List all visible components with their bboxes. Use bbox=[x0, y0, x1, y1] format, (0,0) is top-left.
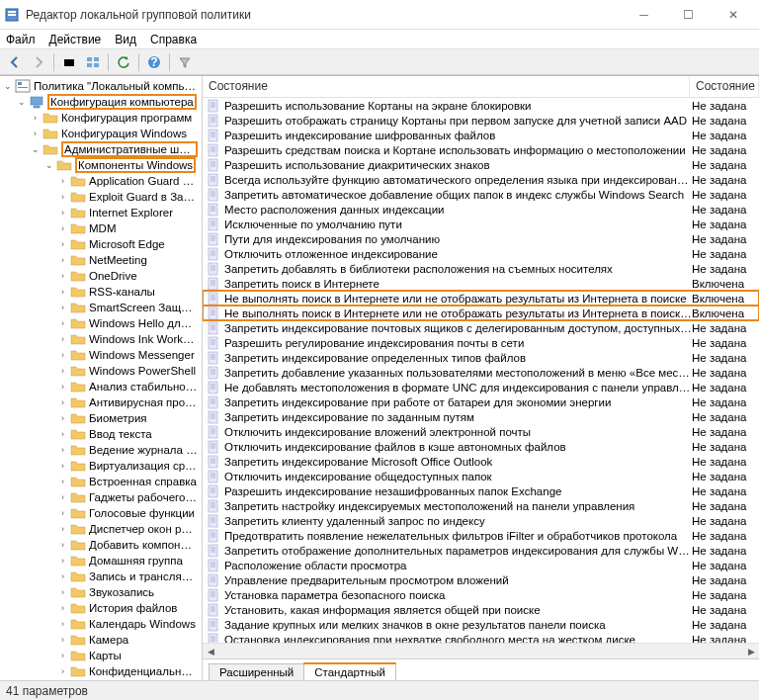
expand-icon[interactable]: › bbox=[57, 540, 68, 551]
expand-icon[interactable]: › bbox=[57, 508, 68, 519]
tree-pane[interactable]: ⌄Политика "Локальный компьютер"⌄Конфигур… bbox=[0, 76, 203, 680]
policy-row[interactable]: Предотвратить появление нежелательных фи… bbox=[203, 528, 759, 543]
policy-row[interactable]: Разрешить средствам поиска и Кортане исп… bbox=[203, 142, 759, 157]
tree-item[interactable]: ›Календарь Windows bbox=[0, 616, 202, 632]
expand-icon[interactable]: › bbox=[57, 287, 68, 298]
collapse-icon[interactable]: ⌄ bbox=[43, 160, 54, 171]
expand-icon[interactable]: › bbox=[57, 255, 68, 266]
tree-item[interactable]: ›Антивирусная програм bbox=[0, 394, 202, 410]
policy-row[interactable]: Разрешить регулирование индексирования п… bbox=[203, 335, 759, 350]
tab-extended[interactable]: Расширенный bbox=[209, 663, 304, 680]
policy-row[interactable]: Задание крупных или мелких значков в окн… bbox=[203, 617, 759, 632]
tree-item[interactable]: ⌄Компоненты Windows bbox=[0, 157, 202, 173]
tree-item[interactable]: ›Добавить компоненты в bbox=[0, 537, 202, 553]
tree-item[interactable]: ›Internet Explorer bbox=[0, 205, 202, 220]
policy-row[interactable]: Запретить добавление указанных пользоват… bbox=[203, 365, 759, 380]
tree-item[interactable]: ›RSS-каналы bbox=[0, 284, 202, 300]
expand-icon[interactable]: › bbox=[57, 666, 68, 677]
tree-item[interactable]: ›Application Guard в Защ bbox=[0, 173, 202, 189]
policy-row[interactable]: Расположение области просмотраНе задана bbox=[203, 558, 759, 572]
expand-icon[interactable]: › bbox=[57, 334, 68, 345]
policy-row[interactable]: Запретить поиск в ИнтернетеВключена bbox=[203, 276, 759, 291]
tree-item[interactable]: ›Windows Hello для бизне bbox=[0, 315, 202, 331]
horizontal-scrollbar[interactable]: ◀ ▶ bbox=[203, 643, 759, 658]
collapse-icon[interactable]: ⌄ bbox=[2, 81, 13, 92]
expand-icon[interactable]: › bbox=[57, 271, 68, 282]
collapse-icon[interactable]: ⌄ bbox=[16, 97, 27, 108]
tree-item[interactable]: ›OneDrive bbox=[0, 268, 202, 284]
expand-icon[interactable]: › bbox=[57, 524, 68, 535]
policy-row[interactable]: Пути для индексирования по умолчаниюНе з… bbox=[203, 231, 759, 246]
expand-icon[interactable]: › bbox=[57, 492, 68, 503]
scroll-left-icon[interactable]: ◀ bbox=[203, 647, 218, 656]
menu-file[interactable]: Файл bbox=[6, 33, 36, 46]
tree-item[interactable]: ›Виртуализация средств bbox=[0, 458, 202, 474]
policy-row[interactable]: Разрешить использование Кортаны на экран… bbox=[203, 98, 759, 113]
tree-item[interactable]: ⌄Административные шаблоны bbox=[0, 141, 202, 157]
policy-row[interactable]: Исключенные по умолчанию путиНе задана bbox=[203, 217, 759, 231]
policy-row[interactable]: Разрешить индексирование незашифрованных… bbox=[203, 483, 759, 498]
tree-item[interactable]: ›Запись и трансляция иг bbox=[0, 569, 202, 584]
expand-icon[interactable]: › bbox=[57, 651, 68, 661]
expand-icon[interactable]: › bbox=[57, 556, 68, 567]
tree-item[interactable]: ›Windows Ink Workspace bbox=[0, 331, 202, 347]
expand-icon[interactable]: › bbox=[57, 303, 68, 313]
tree-item[interactable]: ⌄Конфигурация компьютера bbox=[0, 94, 202, 110]
expand-icon[interactable]: › bbox=[30, 129, 41, 139]
policy-row[interactable]: Запретить автоматическое добавление общи… bbox=[203, 187, 759, 202]
tree-item[interactable]: ›Ведение журнала собы bbox=[0, 442, 202, 458]
tree-item[interactable]: ›Windows PowerShell bbox=[0, 363, 202, 379]
expand-icon[interactable]: › bbox=[57, 619, 68, 630]
policy-row[interactable]: Запретить отображение дополнительных пар… bbox=[203, 543, 759, 558]
expand-icon[interactable]: › bbox=[57, 429, 68, 440]
maximize-button[interactable]: ☐ bbox=[666, 1, 711, 29]
tree-item[interactable]: ›SmartScreen Защитника bbox=[0, 300, 202, 315]
tree-item[interactable]: ›Конфигурация программ bbox=[0, 110, 202, 126]
expand-icon[interactable]: › bbox=[57, 587, 68, 598]
tree-item[interactable]: ›Конфигурация Windows bbox=[0, 126, 202, 141]
menu-help[interactable]: Справка bbox=[150, 33, 197, 46]
expand-icon[interactable]: › bbox=[30, 113, 41, 124]
policy-row[interactable]: Управление предварительным просмотром вл… bbox=[203, 572, 759, 587]
scroll-right-icon[interactable]: ▶ bbox=[743, 647, 759, 656]
tree-item[interactable]: ›Камера bbox=[0, 632, 202, 648]
policy-row[interactable]: Установить, какая информация является об… bbox=[203, 602, 759, 617]
tree-item[interactable]: ›Exploit Guard в Защитни bbox=[0, 189, 202, 205]
menu-action[interactable]: Действие bbox=[49, 33, 102, 46]
tree-item[interactable]: ›Microsoft Edge bbox=[0, 236, 202, 252]
expand-icon[interactable]: › bbox=[57, 208, 68, 219]
tree-item[interactable]: ›Конфиденциальность п bbox=[0, 663, 202, 679]
expand-icon[interactable]: › bbox=[57, 350, 68, 361]
menu-view[interactable]: Вид bbox=[115, 33, 136, 46]
column-header-status[interactable]: Состояние bbox=[690, 76, 759, 97]
expand-icon[interactable]: › bbox=[57, 176, 68, 187]
tree-item[interactable]: ›Домашняя группа bbox=[0, 553, 202, 569]
policy-row[interactable]: Запретить настройку индексируемых местоп… bbox=[203, 498, 759, 513]
policy-row[interactable]: Всегда используйте функцию автоматическо… bbox=[203, 172, 759, 187]
policy-row[interactable]: Разрешить использование диакритических з… bbox=[203, 157, 759, 172]
policy-row[interactable]: Установка параметра безопасного поискаНе… bbox=[203, 587, 759, 602]
expand-icon[interactable]: › bbox=[57, 413, 68, 424]
policy-row[interactable]: Не выполнять поиск в Интернете или не от… bbox=[203, 306, 759, 320]
tree-item[interactable]: ›Диспетчер окон рабоче bbox=[0, 521, 202, 537]
policy-row[interactable]: Запретить индексирование Microsoft Offic… bbox=[203, 454, 759, 469]
expand-icon[interactable]: › bbox=[57, 603, 68, 614]
expand-icon[interactable]: › bbox=[57, 239, 68, 250]
policy-row[interactable]: Не выполнять поиск в Интернете или не от… bbox=[203, 291, 759, 306]
expand-icon[interactable]: › bbox=[57, 366, 68, 377]
policy-row[interactable]: Остановка индексирования при нехватке св… bbox=[203, 632, 759, 643]
expand-icon[interactable]: › bbox=[57, 635, 68, 646]
tree-item[interactable]: ›MDM bbox=[0, 220, 202, 236]
tree-item[interactable]: ›Windows Messenger bbox=[0, 347, 202, 363]
expand-icon[interactable]: › bbox=[57, 397, 68, 408]
expand-icon[interactable]: › bbox=[57, 461, 68, 472]
help-button[interactable]: ? bbox=[143, 51, 165, 73]
tree-item[interactable]: ›Карты bbox=[0, 648, 202, 663]
tree-item[interactable]: ›Биометрия bbox=[0, 410, 202, 426]
up-button[interactable] bbox=[58, 51, 80, 73]
back-button[interactable] bbox=[4, 51, 26, 73]
tree-item[interactable]: ›NetMeeting bbox=[0, 252, 202, 268]
tree-item[interactable]: ›Гаджеты рабочего стол bbox=[0, 489, 202, 505]
tree-item[interactable]: ›Ввод текста bbox=[0, 426, 202, 442]
expand-icon[interactable]: › bbox=[57, 477, 68, 487]
